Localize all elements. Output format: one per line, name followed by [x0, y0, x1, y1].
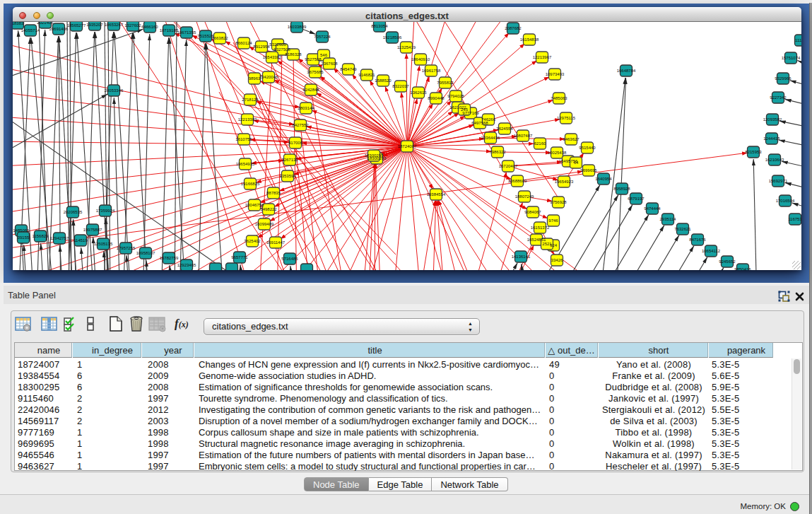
svg-text:8322037: 8322037	[392, 84, 409, 88]
svg-text:5322605: 5322605	[269, 42, 286, 47]
svg-text:17359924: 17359924	[96, 209, 115, 213]
svg-text:887835: 887835	[266, 191, 281, 195]
svg-text:8990448: 8990448	[428, 96, 445, 100]
svg-text:9746: 9746	[548, 218, 558, 223]
svg-text:14136141: 14136141	[512, 255, 531, 259]
svg-text:17016504: 17016504	[776, 199, 795, 203]
svg-text:1485061: 1485061	[13, 228, 30, 233]
svg-text:98961: 98961	[249, 76, 261, 81]
svg-text:8912954: 8912954	[253, 45, 270, 49]
svg-text:19218506: 19218506	[383, 35, 402, 40]
svg-text:2521: 2521	[542, 242, 552, 246]
svg-text:114519: 114519	[73, 238, 88, 243]
svg-text:3675685: 3675685	[307, 70, 324, 74]
svg-text:7625402: 7625402	[244, 239, 261, 243]
svg-text:18565277: 18565277	[67, 23, 86, 28]
svg-text:11124: 11124	[795, 38, 801, 42]
svg-text:16033809: 16033809	[288, 25, 307, 29]
svg-text:16782759: 16782759	[160, 256, 179, 260]
svg-text:1610755: 1610755	[235, 137, 252, 141]
svg-text:10654112: 10654112	[702, 249, 721, 253]
svg-text:9329966: 9329966	[775, 76, 792, 81]
svg-text:15720407: 15720407	[499, 164, 518, 168]
svg-text:2367608: 2367608	[321, 62, 338, 66]
svg-text:1327602: 1327602	[124, 23, 141, 28]
svg-text:12975115: 12975115	[557, 116, 576, 120]
svg-text:19654923: 19654923	[555, 180, 574, 184]
svg-text:6879197: 6879197	[628, 197, 645, 201]
svg-text:5716485: 5716485	[281, 257, 298, 261]
svg-text:10807487: 10807487	[514, 134, 533, 138]
svg-text:8958928: 8958928	[613, 187, 630, 191]
svg-text:2718126: 2718126	[242, 98, 259, 102]
svg-text:9850416: 9850416	[734, 267, 751, 270]
svg-text:20691406: 20691406	[49, 27, 69, 31]
svg-text:19975887: 19975887	[83, 228, 102, 232]
svg-text:12923465: 12923465	[177, 263, 196, 267]
svg-text:16210643: 16210643	[765, 158, 784, 162]
svg-text:417006: 417006	[288, 141, 303, 145]
svg-text:10025438: 10025438	[548, 151, 567, 155]
svg-text:1640954: 1640954	[595, 177, 612, 181]
svg-text:116753: 116753	[788, 217, 801, 221]
svg-text:2021406: 2021406	[37, 22, 54, 25]
svg-text:8427552: 8427552	[292, 123, 309, 127]
svg-text:12093582: 12093582	[763, 117, 782, 122]
svg-text:17957255: 17957255	[117, 246, 136, 250]
svg-text:3624554: 3624554	[496, 127, 513, 131]
svg-text:23420046: 23420046	[259, 75, 278, 79]
svg-text:10653267: 10653267	[105, 23, 124, 27]
svg-text:1244415: 1244415	[763, 136, 780, 141]
svg-text:16961758: 16961758	[422, 69, 441, 73]
svg-text:12213383: 12213383	[238, 117, 257, 122]
svg-text:10719185: 10719185	[160, 28, 179, 33]
svg-text:12505135: 12505135	[94, 242, 113, 246]
svg-text:1935207: 1935207	[86, 23, 103, 27]
svg-text:16543382: 16543382	[263, 55, 282, 59]
svg-text:16099489: 16099489	[255, 222, 274, 226]
svg-text:9794028: 9794028	[447, 94, 464, 98]
svg-text:746266: 746266	[481, 117, 496, 122]
svg-text:9756928: 9756928	[550, 200, 567, 204]
svg-text:8471676: 8471676	[689, 238, 706, 242]
svg-text:16911447: 16911447	[266, 240, 286, 245]
svg-text:10671355: 10671355	[177, 30, 196, 35]
svg-text:9474444: 9474444	[644, 206, 661, 211]
svg-text:2803144: 2803144	[298, 106, 314, 110]
svg-text:3267130: 3267130	[281, 158, 298, 162]
svg-text:16648784: 16648784	[617, 69, 636, 73]
svg-text:9084067: 9084067	[524, 210, 541, 214]
svg-text:10973493: 10973493	[546, 72, 565, 76]
svg-text:16154838: 16154838	[520, 37, 539, 42]
svg-text:12213967: 12213967	[533, 55, 552, 59]
svg-text:62160: 62160	[534, 141, 546, 146]
svg-text:15692971: 15692971	[769, 179, 788, 183]
svg-text:1588520: 1588520	[375, 78, 392, 83]
svg-text:7357224: 7357224	[314, 35, 331, 39]
svg-text:9242848: 9242848	[302, 88, 319, 92]
svg-text:9146821: 9146821	[358, 73, 375, 77]
svg-text:10958107: 10958107	[136, 251, 155, 255]
svg-text:20206535: 20206535	[64, 210, 83, 214]
svg-text:5498222: 5498222	[260, 207, 277, 211]
svg-text:2935114: 2935114	[660, 217, 677, 221]
svg-text:9227342: 9227342	[770, 95, 787, 100]
svg-text:7485063: 7485063	[551, 96, 567, 100]
svg-text:14055714: 14055714	[21, 28, 40, 33]
svg-text:9463627: 9463627	[563, 137, 579, 141]
svg-text:9327508: 9327508	[273, 47, 290, 52]
svg-text:18640910: 18640910	[411, 57, 430, 62]
svg-text:18724007: 18724007	[398, 144, 417, 148]
svg-text:19166825: 19166825	[241, 182, 260, 186]
svg-text:15751074: 15751074	[782, 56, 801, 60]
svg-text:20053346: 20053346	[105, 88, 124, 93]
svg-text:7663822: 7663822	[211, 36, 228, 40]
svg-text:9245652: 9245652	[719, 259, 736, 264]
svg-text:1156829: 1156829	[33, 234, 49, 238]
svg-text:18300295: 18300295	[365, 153, 384, 158]
svg-text:8215953: 8215953	[745, 150, 762, 154]
svg-text:8660124: 8660124	[235, 41, 252, 45]
svg-text:7955812: 7955812	[437, 81, 454, 85]
svg-text:8454749: 8454749	[340, 67, 357, 71]
svg-text:18383: 18383	[13, 22, 24, 25]
